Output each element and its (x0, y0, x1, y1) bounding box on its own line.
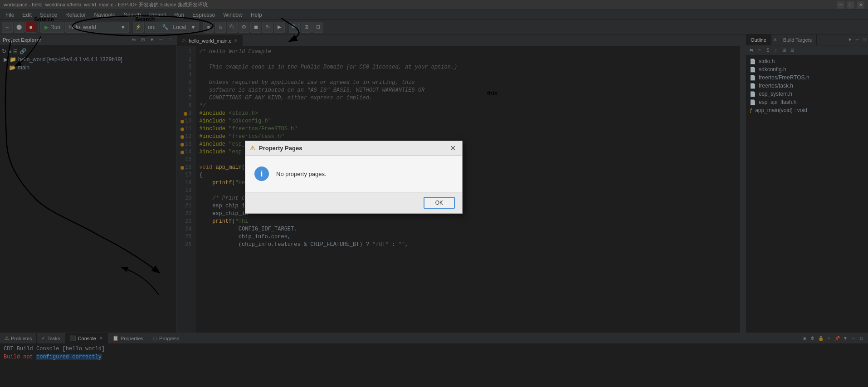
dialog-message: No property pages. (276, 171, 327, 177)
dialog-title-text: Property Pages (259, 145, 302, 152)
dialog-body: i No property pages. (245, 156, 462, 192)
dialog-title-content: ⚠ Property Pages (250, 145, 302, 152)
dialog-title-bar: ⚠ Property Pages ✕ (245, 141, 462, 156)
dialog-warning-icon: ⚠ (250, 145, 255, 152)
dialog-close-button[interactable]: ✕ (448, 144, 458, 152)
dialog-footer: OK (245, 192, 462, 213)
dialog-ok-button[interactable]: OK (424, 197, 455, 209)
property-pages-dialog: ⚠ Property Pages ✕ i No property pages. … (245, 141, 463, 214)
dialog-info-icon: i (254, 167, 269, 181)
dialog-overlay[interactable]: ⚠ Property Pages ✕ i No property pages. … (0, 0, 868, 387)
